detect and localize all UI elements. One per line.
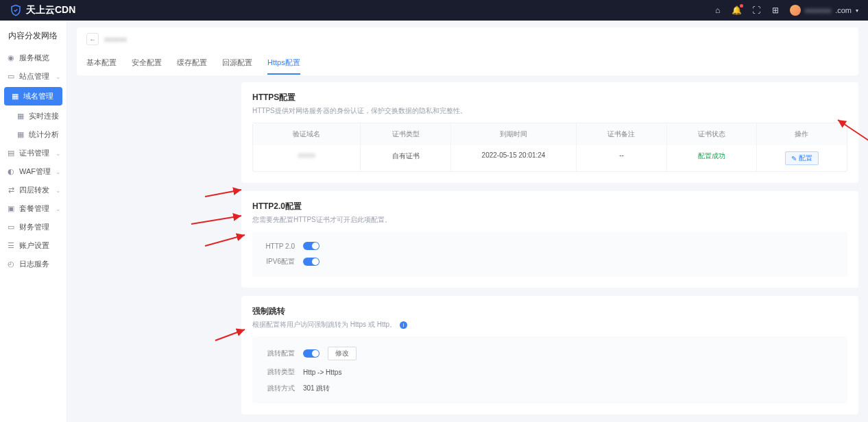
l4-icon: ⇄ [7,186,15,195]
cert-table: 验证域名 证书类型 到期时间 证书备注 证书状态 操作 xxxxx 自有证书 2… [252,123,847,172]
site-icon: ▭ [7,72,15,81]
side-item-finance[interactable]: ▭财务管理 [0,218,67,236]
tab-https[interactable]: Https配置 [267,52,300,75]
finance-icon: ▭ [7,223,15,232]
col-remark: 证书备注 [577,123,666,145]
modify-button[interactable]: 修改 [328,347,357,360]
topbar-icons: ⌂ 🔔 ⛶ ⊞ xxxxxxx.com ▾ [713,5,858,16]
info-icon[interactable]: i [400,321,407,329]
side-item-stats[interactable]: ▦统计分析 [0,125,67,144]
section-http2: HTTP2.0配置 您需要先配置HTTPS证书才可开启此项配置。 HTTP 2.… [241,191,858,288]
chevron-down-icon: ▾ [856,8,858,14]
redirect-type-value: Http -> Https [303,369,341,376]
side-item-overview[interactable]: ◉服务概览 [0,49,67,67]
realtime-icon: ▦ [16,112,25,121]
annotation-arrow [204,232,248,251]
side-item-log[interactable]: ◴日志服务 [0,255,67,273]
cell-domain: xxxxx [253,145,361,171]
cert-table-head: 验证域名 证书类型 到期时间 证书备注 证书状态 操作 [253,123,847,145]
side-item-l4[interactable]: ⇄四层转发⌄ [0,181,67,199]
col-expire: 到期时间 [451,123,577,145]
brand: 天上云CDN [10,4,75,16]
section-redirect: 强制跳转 根据配置将用户访问强制跳转为 Https 或 Http。 i 跳转配置… [241,296,858,414]
brand-text: 天上云CDN [26,4,75,16]
side-item-cert[interactable]: ▤证书管理⌄ [0,144,67,162]
fullscreen-icon[interactable]: ⛶ [751,5,761,15]
cert-icon: ▤ [7,149,15,158]
user-menu[interactable]: xxxxxxx.com ▾ [790,5,858,16]
config-tabs: 基本配置 安全配置 缓存配置 回源配置 Https配置 [86,52,849,75]
sidebar-title: 内容分发网络 [0,26,67,49]
side-item-site[interactable]: ▭站点管理⌄ [0,67,67,86]
edit-icon: ✎ [791,155,797,162]
col-domain: 验证域名 [253,123,361,145]
annotation-arrow [214,327,248,345]
stats-icon: ▦ [16,130,25,139]
apps-icon[interactable]: ⊞ [771,5,780,15]
account-icon: ☰ [7,241,15,250]
topbar: 天上云CDN ⌂ 🔔 ⛶ ⊞ xxxxxxx.com ▾ [0,0,868,21]
tab-origin[interactable]: 回源配置 [222,52,252,75]
tab-security[interactable]: 安全配置 [132,52,162,75]
side-item-plan[interactable]: ▣套餐管理⌄ [0,199,67,218]
main: ← xxxxxx 基本配置 安全配置 缓存配置 回源配置 Https配置 HTT… [67,21,868,422]
http2-toggle[interactable] [303,242,320,250]
redirect-config-label: 跳转配置 [262,349,295,358]
cell-action: ✎配置 [757,145,847,171]
ipv6-label: IPV6配置 [262,257,295,266]
tab-cache[interactable]: 缓存配置 [177,52,207,75]
user-name: xxxxxxx [805,6,832,14]
side-item-realtime[interactable]: ▦实时连接 [0,107,67,125]
side-item-domain[interactable]: ▦域名管理 [4,87,62,106]
home-icon[interactable]: ⌂ [713,5,723,15]
sidebar: 内容分发网络 ◉服务概览 ▭站点管理⌄ ▦域名管理 ▦实时连接 ▦统计分析 ▤证… [0,21,67,422]
redirect-panel: 跳转配置 修改 跳转类型 Http -> Https 跳转方式 301 跳转 [252,336,847,404]
plan-icon: ▣ [7,204,15,213]
http2-panel: HTTP 2.0 IPV6配置 [252,232,847,277]
https-desc: HTTPS提供对网络服务器的身份认证，保护交换数据的隐私和完整性。 [252,106,847,116]
https-title: HTTPS配置 [252,92,847,103]
section-https: HTTPS配置 HTTPS提供对网络服务器的身份认证，保护交换数据的隐私和完整性… [241,82,858,183]
cert-table-row: xxxxx 自有证书 2022-05-15 20:01:24 -- 配置成功 ✎… [253,145,847,171]
avatar [790,5,801,16]
chevron-down-icon: ⌄ [56,169,61,175]
chevron-down-icon: ⌄ [56,73,61,80]
content: HTTPS配置 HTTPS提供对网络服务器的身份认证，保护交换数据的隐私和完整性… [241,82,858,422]
redirect-method-label: 跳转方式 [262,384,295,393]
http2-title: HTTP2.0配置 [252,201,847,212]
redirect-type-label: 跳转类型 [262,367,295,377]
domain-name: xxxxxx [104,35,127,43]
annotation-arrow [190,212,245,230]
redirect-method-value: 301 跳转 [303,384,330,393]
redirect-toggle[interactable] [303,349,320,358]
col-action: 操作 [757,123,847,145]
page-header-card: ← xxxxxx 基本配置 安全配置 缓存配置 回源配置 Https配置 [77,27,858,75]
redirect-desc: 根据配置将用户访问强制跳转为 Https 或 Http。 i [252,320,847,330]
cell-expire: 2022-05-15 20:01:24 [451,145,577,171]
http2-desc: 您需要先配置HTTPS证书才可开启此项配置。 [252,215,847,225]
waf-icon: ◐ [7,167,15,176]
annotation-arrow [204,187,245,203]
side-item-waf[interactable]: ◐WAF管理⌄ [0,162,67,181]
dashboard-icon: ◉ [7,53,15,62]
domain-icon: ▦ [11,92,19,101]
log-icon: ◴ [7,260,15,269]
tab-basic[interactable]: 基本配置 [86,52,117,75]
chevron-down-icon: ⌄ [56,206,61,212]
bell-icon[interactable]: 🔔 [732,5,742,15]
col-status: 证书状态 [667,123,757,145]
redirect-title: 强制跳转 [252,306,847,317]
cell-remark: -- [577,145,666,171]
chevron-down-icon: ⌄ [56,187,61,194]
cell-status: 配置成功 [667,145,757,171]
cell-type: 自有证书 [361,145,450,171]
ipv6-toggle[interactable] [303,258,320,266]
chevron-down-icon: ⌄ [56,150,61,157]
side-item-account[interactable]: ☰账户设置 [0,236,67,255]
user-domain: .com [835,6,852,14]
shield-icon [10,4,22,16]
back-button[interactable]: ← [86,33,99,45]
configure-button[interactable]: ✎配置 [785,151,819,165]
col-type: 证书类型 [361,123,450,145]
http2-label: HTTP 2.0 [262,243,295,250]
